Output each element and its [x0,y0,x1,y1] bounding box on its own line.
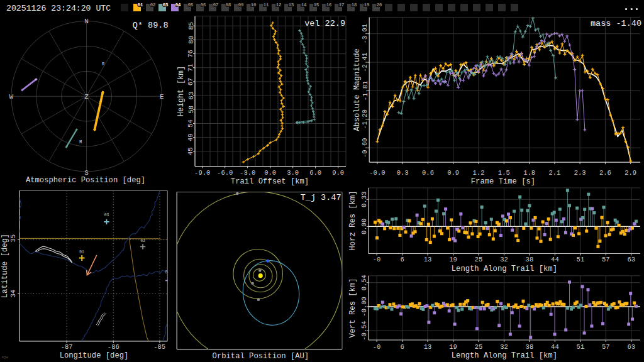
svg-text:0.6: 0.6 [422,169,434,177]
svg-text:18: 18 [352,2,357,8]
svg-text:Latitude [deg]: Latitude [deg] [1,234,9,298]
svg-text:32: 32 [500,343,508,351]
svg-text:2.3: 2.3 [574,169,586,177]
svg-text:6: 6 [400,256,404,263]
svg-text:0.33: 0.33 [360,192,368,207]
svg-text:0.00: 0.00 [360,219,368,234]
svg-text:-9.0: -9.0 [194,169,210,177]
svg-text:M: M [79,140,82,145]
svg-text:06: 06 [201,2,206,8]
svg-text:-2.41: -2.41 [362,52,369,72]
svg-text:05: 05 [188,2,194,8]
svg-text:-1.20: -1.20 [362,109,369,129]
svg-text:57: 57 [602,343,610,351]
svg-text:19: 19 [449,343,457,351]
svg-text:08: 08 [226,2,231,8]
svg-text:Q* 89.8: Q* 89.8 [133,21,169,30]
svg-text:Trail Offset [km]: Trail Offset [km] [231,177,309,186]
svg-text:2.6: 2.6 [599,169,611,177]
svg-text:44: 44 [551,343,559,351]
svg-text:38: 38 [526,343,534,351]
svg-text:-0.54: -0.54 [360,321,368,341]
svg-text:07: 07 [213,2,219,8]
svg-text:Absolute Magnitude: Absolute Magnitude [353,48,362,131]
svg-text:6: 6 [400,343,404,351]
svg-text:17: 17 [339,2,345,8]
svg-text:71: 71 [187,63,194,72]
svg-text:44: 44 [551,256,559,263]
svg-text:20: 20 [377,2,382,8]
svg-text:0.54: 0.54 [360,275,368,290]
svg-text:Orbital Position [AU]: Orbital Position [AU] [213,352,309,361]
svg-text:Frame Time [s]: Frame Time [s] [471,177,535,186]
svg-text:Length Along Trail [km]: Length Along Trail [km] [452,351,557,360]
svg-text:16: 16 [326,2,332,8]
svg-text:38: 38 [526,256,534,263]
svg-text:-0.60: -0.60 [362,138,369,158]
svg-text:25: 25 [475,343,483,351]
svg-text:03: 03 [104,212,109,217]
svg-text:58: 58 [187,106,195,114]
svg-text:19: 19 [449,256,457,263]
svg-text:-3.0: -3.0 [240,169,255,177]
svg-text:9.0: 9.0 [332,169,344,177]
svg-text:0.3: 0.3 [397,169,409,177]
svg-text:01: 01 [138,2,143,8]
svg-text:03: 03 [163,2,169,8]
svg-text:-3.01: -3.01 [362,24,369,44]
svg-text:20251126 23:24:20 UTC: 20251126 23:24:20 UTC [6,4,111,13]
svg-text:0.0: 0.0 [264,169,276,177]
svg-text:Length Along Trail [km]: Length Along Trail [km] [452,265,557,273]
svg-text:35: 35 [10,234,18,243]
svg-text:Height [km]: Height [km] [177,66,186,116]
svg-text:63: 63 [627,256,635,263]
svg-text:12: 12 [276,2,282,8]
svg-text:85: 85 [187,22,195,30]
svg-text:-86: -86 [108,343,119,351]
svg-text:80: 80 [187,36,195,44]
svg-text:51: 51 [577,343,585,351]
svg-text:mass -1.40: mass -1.40 [591,19,641,28]
svg-text:-1.81: -1.81 [362,81,369,101]
svg-text:E: E [160,93,164,101]
svg-text:1.5: 1.5 [498,169,510,177]
svg-text:14: 14 [301,2,307,8]
svg-text:0.9: 0.9 [447,169,459,177]
svg-text:Longitude [deg]: Longitude [deg] [60,351,129,360]
svg-text:32: 32 [500,256,508,263]
svg-text:54: 54 [187,119,194,128]
svg-text:10: 10 [251,2,257,8]
svg-text:02: 02 [150,2,156,8]
svg-text:Horz Res [km]: Horz Res [km] [348,190,357,250]
svg-text:T_j 3.47: T_j 3.47 [301,193,341,202]
svg-text:67: 67 [187,78,195,86]
svg-text:09: 09 [238,2,244,8]
svg-text:1.2: 1.2 [473,169,485,177]
svg-text:6.0: 6.0 [309,169,321,177]
svg-text:19: 19 [364,2,370,8]
svg-text:-0.0: -0.0 [369,169,385,177]
svg-text:Z: Z [84,93,89,101]
svg-text:13: 13 [289,2,294,8]
svg-text:-6.0: -6.0 [217,169,233,177]
svg-text:R: R [102,62,104,67]
svg-text:mjw: mjw [2,355,9,359]
svg-text:-85: -85 [153,343,165,351]
svg-text:45: 45 [187,147,195,155]
svg-text:11: 11 [264,2,269,8]
svg-text:13: 13 [424,256,432,263]
svg-text:S: S [84,169,89,177]
svg-text:13: 13 [424,343,432,351]
svg-text:1.8: 1.8 [523,169,535,177]
svg-text:57: 57 [602,256,610,263]
svg-text:Atmospheric Position [deg]: Atmospheric Position [deg] [26,176,145,185]
svg-text:2.1: 2.1 [548,169,560,177]
svg-text:63: 63 [187,92,195,100]
svg-text:02: 02 [140,238,145,243]
svg-text:-0: -0 [373,256,381,263]
svg-text:15: 15 [314,2,319,8]
svg-text:N: N [84,18,89,25]
svg-text:-0: -0 [373,343,381,351]
svg-text:34: 34 [10,290,18,298]
svg-text:25: 25 [475,256,483,263]
